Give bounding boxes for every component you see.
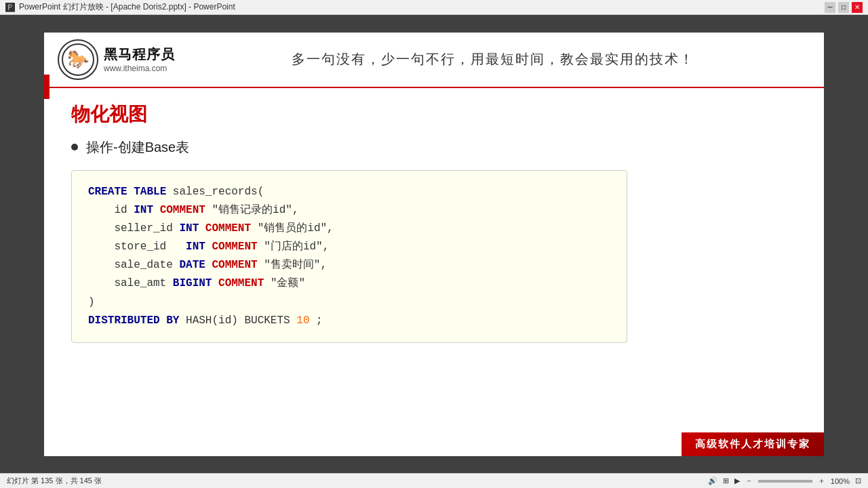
slide-info: 幻灯片 第 135 张，共 145 张 — [7, 476, 102, 486]
keyword-by: BY — [166, 314, 179, 327]
code-line-7: ) — [88, 293, 610, 312]
slide-title: 物化视图 — [71, 102, 797, 127]
keyword-table: TABLE — [134, 186, 166, 198]
zoom-slider[interactable] — [758, 480, 812, 483]
code-line-2: id INT COMMENT "销售记录的id", — [88, 201, 610, 220]
slide-content: 物化视图 操作-创建Base表 CREATE TABLE sales_recor… — [44, 88, 824, 456]
bullet-text: 操作-创建Base表 — [86, 138, 189, 157]
keyword-distributed: DISTRIBUTED — [88, 314, 160, 327]
code-line-5: sale_date DATE COMMENT "售卖时间", — [88, 256, 610, 274]
code-line-3: seller_id INT COMMENT "销售员的id", — [88, 220, 610, 238]
minimize-button[interactable]: ─ — [825, 2, 835, 13]
logo-circle: 🐎 — [58, 39, 98, 80]
status-bar: 幻灯片 第 135 张，共 145 张 🔊 ⊞ ▶ － ＋ 100% ⊡ — [0, 473, 868, 488]
slide-header: 🐎 黑马程序员 www.itheima.com 多一句没有，少一句不行，用最短时… — [44, 33, 824, 88]
code-line-1: CREATE TABLE sales_records( — [88, 183, 610, 201]
slide-tagline: 多一句没有，少一句不行，用最短时间，教会最实用的技术！ — [175, 50, 810, 68]
maximize-button[interactable]: □ — [838, 2, 849, 13]
logo-url: www.itheima.com — [104, 64, 175, 73]
play-icon[interactable]: ▶ — [734, 476, 740, 485]
svg-text:🐎: 🐎 — [67, 48, 90, 70]
zoom-in-icon[interactable]: ＋ — [818, 476, 825, 486]
app-container: ✛ 🐎 黑马程序员 www.itheima.com — [0, 15, 868, 488]
logo-area: 🐎 黑马程序员 www.itheima.com — [58, 39, 175, 80]
bullet-dot — [71, 144, 78, 150]
logo-svg: 🐎 — [61, 43, 95, 77]
keyword-comment: COMMENT — [160, 204, 205, 216]
code-line-4: store_id INT COMMENT "门店的id", — [88, 238, 610, 256]
code-line-8: DISTRIBUTED BY HASH(id) BUCKETS 10 ; — [88, 312, 610, 330]
code-line-6: sale_amt BIGINT COMMENT "金额" — [88, 274, 610, 293]
number-10: 10 — [296, 314, 309, 327]
keyword-date: DATE — [179, 259, 205, 271]
keyword-int: INT — [134, 204, 153, 216]
bullet-item: 操作-创建Base表 — [71, 138, 797, 157]
status-right-icons: 🔊 ⊞ ▶ － ＋ 100% ⊡ — [708, 476, 861, 486]
app-icon: 🅿 — [5, 2, 15, 13]
slide: 🐎 黑马程序员 www.itheima.com 多一句没有，少一句不行，用最短时… — [44, 33, 824, 456]
zoom-out-icon[interactable]: － — [745, 476, 753, 486]
zoom-level: 100% — [831, 477, 850, 485]
close-button[interactable]: ✕ — [852, 2, 863, 13]
logo-text-block: 黑马程序员 www.itheima.com — [104, 45, 175, 73]
logo-brand: 黑马程序员 — [104, 45, 175, 64]
slide-area: ✛ 🐎 黑马程序员 www.itheima.com — [0, 15, 868, 473]
speaker-icon[interactable]: 🔊 — [708, 476, 717, 485]
title-bar: 🅿 PowerPoint 幻灯片放映 - [Apache Doris2.pptx… — [0, 0, 868, 15]
keyword-bigint: BIGINT — [173, 277, 212, 289]
window-controls[interactable]: ─ □ ✕ — [825, 2, 863, 13]
code-block: CREATE TABLE sales_records( id INT COMME… — [71, 170, 627, 344]
window-title: PowerPoint 幻灯片放映 - [Apache Doris2.pptx] … — [19, 1, 235, 13]
keyword-create: CREATE — [88, 186, 127, 198]
fit-icon[interactable]: ⊡ — [855, 476, 861, 485]
grid-icon[interactable]: ⊞ — [723, 476, 729, 485]
red-banner: 高级软件人才培训专家 — [682, 432, 824, 456]
